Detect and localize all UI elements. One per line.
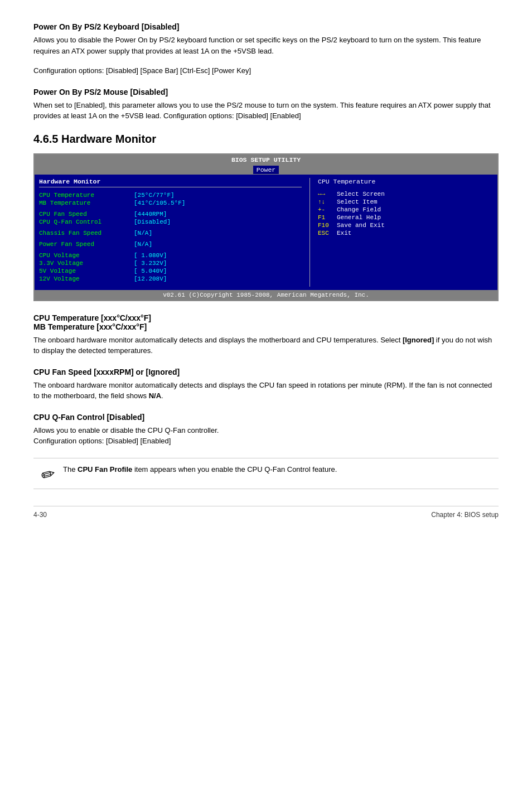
cpu-fan-speed-heading: CPU Fan Speed [xxxxRPM] or [Ignored] <box>33 368 499 376</box>
cpu-fan-speed-text: The onboard hardware monitor automatical… <box>33 380 499 402</box>
bios-mb-temp-row: MB Temperature [41°C/105.5°F] <box>39 200 302 206</box>
bios-cpu-temp-row: CPU Temperature [25°C/77°F] <box>39 192 302 199</box>
cpu-temp-subsection: CPU Temperature [xxx°C/xxx°F]MB Temperat… <box>33 313 499 356</box>
bios-screen: BIOS SETUP UTILITY Power Hardware Monito… <box>33 153 499 301</box>
bios-12v-label: 12V Voltage <box>39 276 134 282</box>
bios-33v-label: 3.3V Voltage <box>39 260 134 267</box>
cpu-fan-speed-subsection: CPU Fan Speed [xxxxRPM] or [Ignored] The… <box>33 368 499 402</box>
hardware-monitor-chapter-heading: 4.6.5 Hardware Monitor <box>33 133 499 146</box>
power-on-keyboard-section: Power On By PS/2 Keyboard [Disabled] All… <box>33 22 499 76</box>
page-footer: 4-30 Chapter 4: BIOS setup <box>33 506 499 519</box>
bios-chassis-fan-row: Chassis Fan Speed [N/A] <box>39 230 302 236</box>
bios-legend-key-save: F10 <box>318 222 333 229</box>
bios-legend-key-exit: ESC <box>318 230 333 236</box>
bios-temp-group: CPU Temperature [25°C/77°F] MB Temperatu… <box>39 192 302 206</box>
bios-right-title: CPU Temperature <box>318 178 493 185</box>
bios-legend-screen: ↔→ Select Screen <box>318 191 493 197</box>
bios-cpu-voltage-row: CPU Voltage [ 1.080V] <box>39 252 302 259</box>
bios-12v-value: [12.208V] <box>134 276 167 282</box>
bios-fan-group: CPU Fan Speed [4440RPM] CPU Q-Fan Contro… <box>39 211 302 225</box>
bios-legend-key-help: F1 <box>318 214 333 221</box>
bios-chassis-fan-value: [N/A] <box>134 230 152 236</box>
bios-legend-exit: ESC Exit <box>318 230 493 236</box>
bios-qfan-label: CPU Q-Fan Control <box>39 219 134 225</box>
bios-5v-row: 5V Voltage [ 5.040V] <box>39 268 302 274</box>
bios-cpu-temp-value: [25°C/77°F] <box>134 192 175 199</box>
bios-panel-divider <box>309 178 310 287</box>
bios-power-fan-value: [N/A] <box>134 241 152 248</box>
bios-qfan-value: [Disabled] <box>134 219 171 225</box>
power-on-mouse-heading: Power On By PS/2 Mouse [Disabled] <box>33 88 499 96</box>
cpu-qfan-text: Allows you to enable or disable the CPU … <box>33 425 499 447</box>
note-text: The CPU Fan Profile item appears when yo… <box>63 464 337 475</box>
hardware-monitor-chapter: 4.6.5 Hardware Monitor BIOS SETUP UTILIT… <box>33 133 499 489</box>
bios-cpu-voltage-value: [ 1.080V] <box>134 252 167 259</box>
cpu-qfan-heading: CPU Q-Fan Control [Disabled] <box>33 413 499 422</box>
bios-cpu-temp-label: CPU Temperature <box>39 192 134 199</box>
bios-body: Hardware Monitor CPU Temperature [25°C/7… <box>35 175 497 290</box>
power-on-keyboard-text1: Allows you to disable the Power On by PS… <box>33 35 499 56</box>
bios-5v-value: [ 5.040V] <box>134 268 167 274</box>
bios-qfan-row: CPU Q-Fan Control [Disabled] <box>39 219 302 225</box>
bios-footer: v02.61 (C)Copyright 1985-2008, American … <box>35 290 497 300</box>
note-box: ✏ The CPU Fan Profile item appears when … <box>33 458 499 489</box>
bios-cpu-fan-value: [4440RPM] <box>134 211 167 218</box>
bios-cpu-voltage-label: CPU Voltage <box>39 252 134 259</box>
bios-legend: ↔→ Select Screen ↑↓ Select Item +- Chang… <box>318 191 493 236</box>
bios-33v-value: [ 3.232V] <box>134 260 167 267</box>
cpu-temp-heading: CPU Temperature [xxx°C/xxx°F]MB Temperat… <box>33 313 499 331</box>
bios-legend-save: F10 Save and Exit <box>318 222 493 229</box>
bios-voltage-group: CPU Voltage [ 1.080V] 3.3V Voltage [ 3.2… <box>39 252 302 282</box>
bios-12v-row: 12V Voltage [12.208V] <box>39 276 302 282</box>
footer-chapter: Chapter 4: BIOS setup <box>431 511 499 519</box>
bios-cpu-fan-row: CPU Fan Speed [4440RPM] <box>39 211 302 218</box>
bios-mb-temp-label: MB Temperature <box>39 200 134 206</box>
cpu-qfan-subsection: CPU Q-Fan Control [Disabled] Allows you … <box>33 413 499 447</box>
bios-left-title: Hardware Monitor <box>39 178 302 187</box>
bios-legend-change: +- Change Field <box>318 206 493 213</box>
bios-tab-bar: Power <box>35 165 497 175</box>
bios-legend-desc-exit: Exit <box>337 230 351 236</box>
note-icon: ✏ <box>40 465 57 484</box>
bios-title: BIOS SETUP UTILITY <box>35 154 497 165</box>
bios-power-fan-row: Power Fan Speed [N/A] <box>39 241 302 248</box>
cpu-temp-text: The onboard hardware monitor automatical… <box>33 335 499 356</box>
bios-power-fan-group: Power Fan Speed [N/A] <box>39 241 302 248</box>
bios-chassis-fan-label: Chassis Fan Speed <box>39 230 134 236</box>
bios-legend-help: F1 General Help <box>318 214 493 221</box>
bios-legend-key-change: +- <box>318 206 333 213</box>
power-on-mouse-text: When set to [Enabled], this parameter al… <box>33 100 499 122</box>
bios-legend-key-screen: ↔→ <box>318 191 333 197</box>
bios-cpu-fan-label: CPU Fan Speed <box>39 211 134 218</box>
bios-tab-power[interactable]: Power <box>253 166 279 174</box>
bios-left-panel: Hardware Monitor CPU Temperature [25°C/7… <box>39 178 302 287</box>
bios-legend-desc-item: Select Item <box>337 199 378 205</box>
bios-legend-item: ↑↓ Select Item <box>318 199 493 205</box>
bios-legend-key-item: ↑↓ <box>318 199 333 205</box>
power-on-mouse-section: Power On By PS/2 Mouse [Disabled] When s… <box>33 88 499 122</box>
bios-power-fan-label: Power Fan Speed <box>39 241 134 248</box>
bios-33v-row: 3.3V Voltage [ 3.232V] <box>39 260 302 267</box>
bios-legend-desc-screen: Select Screen <box>337 191 385 197</box>
bios-legend-desc-change: Change Field <box>337 206 381 213</box>
bios-legend-desc-save: Save and Exit <box>337 222 385 229</box>
footer-page-number: 4-30 <box>33 511 47 519</box>
bios-mb-temp-value: [41°C/105.5°F] <box>134 200 185 206</box>
bios-chassis-group: Chassis Fan Speed [N/A] <box>39 230 302 236</box>
power-on-keyboard-text2: Configuration options: [Disabled] [Space… <box>33 65 499 76</box>
bios-5v-label: 5V Voltage <box>39 268 134 274</box>
power-on-keyboard-heading: Power On By PS/2 Keyboard [Disabled] <box>33 22 499 31</box>
bios-right-panel: CPU Temperature ↔→ Select Screen ↑↓ Sele… <box>318 178 493 287</box>
bios-legend-desc-help: General Help <box>337 214 381 221</box>
